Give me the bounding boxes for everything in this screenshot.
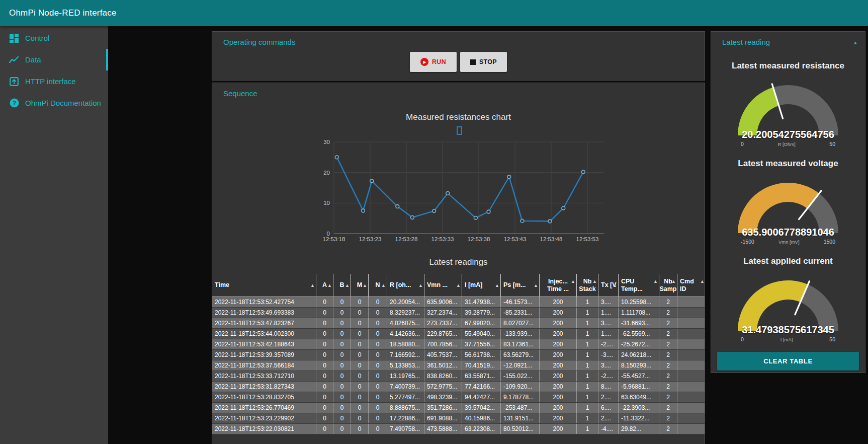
cell-tx: 2.... (598, 392, 619, 402)
column-header-time[interactable]: Time▲ (212, 274, 316, 297)
column-header-cpu_temp[interactable]: CPUTemp...▲ (619, 274, 659, 297)
gauge-scale-labels: 0I [mA]50 (741, 336, 835, 342)
column-header-n[interactable]: N▲ (369, 274, 387, 297)
column-header-b[interactable]: B▲ (333, 274, 351, 297)
cell-cmd_id (677, 308, 706, 318)
data-point (487, 210, 490, 213)
column-header-m[interactable]: M▲ (351, 274, 369, 297)
cell-ps: -12.0921... (501, 360, 540, 371)
cell-cpu_temp: -11.3322... (619, 413, 659, 423)
cell-r_ohm: 8.888675... (387, 403, 424, 413)
cell-nb_stack: 1 (577, 403, 598, 413)
cell-i_ma: 37.71556... (462, 339, 501, 349)
sort-asc-icon[interactable]: ▲ (456, 281, 461, 289)
sidebar-item-http-interface[interactable]: HTTP interface (0, 70, 108, 92)
column-header-nb_stack[interactable]: NbStack▲ (577, 274, 598, 297)
sort-asc-icon[interactable]: ▲ (327, 281, 332, 289)
sort-asc-icon[interactable]: ▲ (495, 281, 499, 289)
column-header-a[interactable]: A▲ (316, 274, 333, 297)
collapse-icon[interactable]: ▲ (853, 40, 858, 45)
column-header-r_ohm[interactable]: R [oh...▲ (387, 274, 424, 297)
cell-a: 0 (316, 413, 333, 423)
cell-cpu_temp: -5.96881... (619, 382, 659, 392)
cell-n: 0 (369, 329, 387, 339)
cell-time: 2022-11-18T12:53:23.229902 (212, 413, 316, 423)
cell-r_ohm: 20.20054... (387, 297, 424, 307)
cell-time: 2022-11-18T12:53:22.030821 (212, 424, 316, 434)
cell-nb_samp: 2 (659, 424, 677, 434)
gauge: 635.9006778891046 (728, 173, 848, 238)
cell-r_ohm: 5.133853... (387, 360, 424, 371)
sidebar-item-control[interactable]: Control (0, 27, 108, 49)
column-header-label: Injec... (548, 278, 568, 285)
data-point (335, 156, 338, 159)
column-header-vmn[interactable]: Vmn ...▲ (424, 274, 462, 297)
cell-b: 0 (333, 318, 351, 328)
stop-button[interactable]: STOP (460, 52, 507, 72)
cell-m: 0 (351, 308, 369, 318)
cell-r_ohm: 18.58080... (387, 339, 424, 349)
sort-asc-icon[interactable]: ▲ (345, 281, 350, 289)
cell-n: 0 (369, 308, 387, 318)
sort-asc-icon[interactable]: ▲ (613, 281, 617, 289)
gauge-fill (738, 280, 808, 331)
cell-time: 2022-11-18T12:53:47.823267 (212, 318, 316, 328)
clear-table-button[interactable]: CLEAR TABLE (717, 352, 859, 371)
table-row: 2022-11-18T12:53:37.56618400005.133853..… (212, 360, 705, 371)
cell-time: 2022-11-18T12:53:39.357089 (212, 350, 316, 360)
cell-b: 0 (333, 403, 351, 413)
column-header-cmd_id[interactable]: CmdID▲ (677, 274, 706, 297)
sort-asc-icon[interactable]: ▲ (310, 281, 315, 289)
stop-icon (470, 59, 476, 65)
sort-asc-icon[interactable]: ▲ (534, 281, 538, 289)
sidebar-item-data[interactable]: Data (0, 49, 108, 70)
run-button[interactable]: ▶ RUN (410, 52, 457, 72)
cell-tx: 1.... (598, 308, 619, 318)
sort-asc-icon[interactable]: ▲ (592, 278, 597, 285)
sort-asc-icon[interactable]: ▲ (418, 281, 423, 289)
cell-m: 0 (351, 297, 369, 307)
svg-text:?: ? (12, 100, 16, 107)
sidebar-item-label: OhmPi Documentation (25, 99, 101, 107)
sidebar-item-ohmpi-documentation[interactable]: ?OhmPi Documentation (0, 92, 108, 114)
data-point (370, 179, 374, 183)
cell-b: 0 (333, 350, 351, 360)
column-header-injection_time[interactable]: Injec...Time ...▲ (540, 274, 577, 297)
cell-nb_stack: 1 (577, 382, 598, 392)
column-header-nb_samp[interactable]: NbSamp▲ (659, 274, 677, 297)
gauge-value: 20.20054275564756 (728, 129, 848, 140)
latest-reading-title: Latest reading (711, 32, 865, 46)
gauge-scale-labels: -1500Vmn [mV]1500 (741, 239, 835, 245)
sort-asc-icon[interactable]: ▲ (381, 281, 386, 289)
cell-cmd_id (677, 382, 706, 392)
column-header-tx[interactable]: Tx [V▲ (598, 274, 619, 297)
table-row: 2022-11-18T12:53:49.69338300008.329237..… (212, 308, 705, 318)
cell-time: 2022-11-18T12:53:49.693383 (212, 308, 316, 318)
column-header-label: Stack (579, 285, 595, 293)
cell-ps: 8.027027... (501, 318, 540, 328)
cell-ps: 83.17361... (501, 339, 540, 349)
cell-nb_samp: 2 (659, 360, 677, 371)
cell-tx: 6.... (598, 403, 619, 413)
column-header-i_ma[interactable]: I [mA]▲ (462, 274, 501, 297)
column-header-label: Time (215, 281, 316, 289)
cell-a: 0 (316, 350, 333, 360)
column-header-ps[interactable]: Ps [m...▲ (501, 274, 540, 297)
sort-asc-icon[interactable]: ▲ (700, 278, 705, 285)
cell-m: 0 (351, 392, 369, 402)
cell-vmn: 405.7537... (424, 350, 462, 360)
cell-ps: -253.487... (501, 403, 540, 413)
cell-injection_time: 200 (540, 308, 577, 318)
help-circle-icon: ? (9, 98, 19, 108)
cell-a: 0 (316, 371, 333, 381)
sort-asc-icon[interactable]: ▲ (653, 278, 658, 285)
sort-asc-icon[interactable]: ▲ (571, 278, 575, 285)
cell-n: 0 (369, 350, 387, 360)
sort-asc-icon[interactable]: ▲ (671, 278, 676, 285)
cell-nb_samp: 2 (659, 371, 677, 381)
cell-m: 0 (351, 424, 369, 434)
cell-r_ohm: 7.166592... (387, 350, 424, 360)
sort-asc-icon[interactable]: ▲ (363, 281, 367, 289)
cell-m: 0 (351, 360, 369, 371)
gauge-unit-label: R [Ohm] (777, 141, 795, 147)
